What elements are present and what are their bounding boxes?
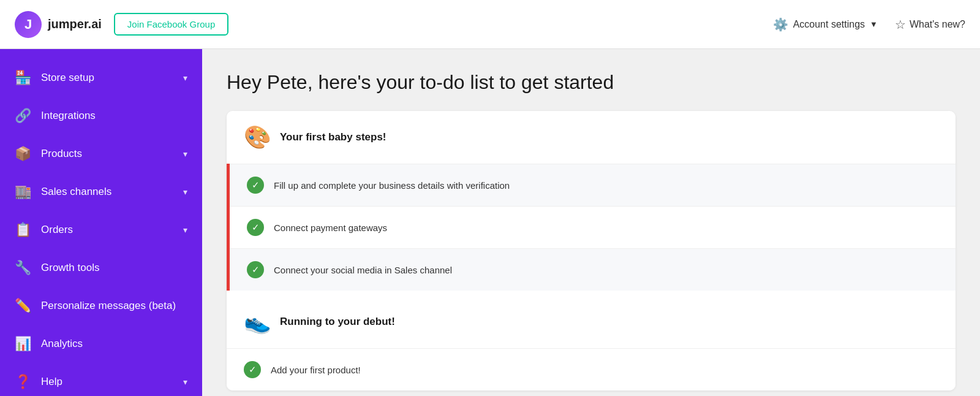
todo-card: 🎨 Your first baby steps! ✓ Fill up and c… bbox=[227, 111, 956, 390]
logo-text: jumper.ai bbox=[48, 17, 102, 31]
todo-item-payment-gateways: ✓ Connect payment gateways bbox=[230, 206, 956, 248]
whats-new-label: What's new? bbox=[910, 19, 965, 30]
debut-header: 👟 Running to your debut! bbox=[227, 295, 956, 348]
chevron-icon-sales-channels: ▾ bbox=[183, 187, 187, 197]
todo-text-payment: Connect payment gateways bbox=[274, 223, 387, 233]
check-icon-business: ✓ bbox=[247, 177, 264, 194]
sidebar-item-left-orders: 📋 Orders bbox=[15, 222, 73, 238]
sidebar: 🏪 Store setup ▾ 🔗 Integrations 📦 Product… bbox=[0, 49, 202, 396]
sidebar-label-integrations: Integrations bbox=[41, 110, 96, 122]
sidebar-label-store-setup: Store setup bbox=[41, 72, 94, 84]
sidebar-item-integrations[interactable]: 🔗 Integrations bbox=[0, 97, 202, 135]
todo-item-business-details: ✓ Fill up and complete your business det… bbox=[230, 164, 956, 206]
sidebar-icon-integrations: 🔗 bbox=[15, 108, 31, 124]
sidebar-item-left-integrations: 🔗 Integrations bbox=[15, 108, 96, 124]
sidebar-item-growth-tools[interactable]: 🔧 Growth tools bbox=[0, 249, 202, 287]
sidebar-item-left-products: 📦 Products bbox=[15, 146, 82, 162]
todo-text-social: Connect your social media in Sales chann… bbox=[274, 265, 452, 275]
chevron-icon-help: ▾ bbox=[183, 377, 187, 387]
todo-text-business: Fill up and complete your business detai… bbox=[274, 180, 510, 191]
account-settings-label: Account settings bbox=[793, 19, 865, 30]
sidebar-item-store-setup[interactable]: 🏪 Store setup ▾ bbox=[0, 59, 202, 97]
sidebar-icon-products: 📦 bbox=[15, 146, 31, 162]
chevron-icon-products: ▾ bbox=[183, 149, 187, 159]
sidebar-label-help: Help bbox=[41, 376, 62, 388]
gear-icon: ⚙️ bbox=[773, 17, 788, 32]
sidebar-item-left-store-setup: 🏪 Store setup bbox=[15, 70, 94, 86]
todo-text-product: Add your first product! bbox=[271, 365, 361, 375]
sidebar-item-orders[interactable]: 📋 Orders ▾ bbox=[0, 211, 202, 249]
sidebar-item-help[interactable]: ❓ Help ▾ bbox=[0, 363, 202, 396]
header-right: ⚙️ Account settings ▼ ☆ What's new? bbox=[773, 17, 965, 32]
debut-title: Running to your debut! bbox=[280, 316, 395, 328]
whats-new-button[interactable]: ☆ What's new? bbox=[895, 17, 965, 32]
logo-icon: J bbox=[15, 11, 42, 38]
header: J jumper.ai Join Facebook Group ⚙️ Accou… bbox=[0, 0, 980, 49]
sidebar-item-personalize-messages[interactable]: ✏️ Personalize messages (beta) bbox=[0, 287, 202, 325]
chevron-icon-orders: ▾ bbox=[183, 225, 187, 235]
sidebar-icon-help: ❓ bbox=[15, 374, 31, 390]
baby-steps-title: Your first baby steps! bbox=[280, 131, 386, 143]
check-icon-payment: ✓ bbox=[247, 219, 264, 236]
check-icon-social: ✓ bbox=[247, 261, 264, 278]
star-icon: ☆ bbox=[895, 17, 906, 32]
account-settings-menu[interactable]: ⚙️ Account settings ▼ bbox=[773, 17, 878, 32]
sidebar-label-sales-channels: Sales channels bbox=[41, 186, 111, 198]
sidebar-item-left-personalize-messages: ✏️ Personalize messages (beta) bbox=[15, 298, 176, 314]
sidebar-icon-personalize-messages: ✏️ bbox=[15, 298, 31, 314]
todo-item-social-media: ✓ Connect your social media in Sales cha… bbox=[230, 248, 956, 291]
debut-emoji: 👟 bbox=[244, 309, 271, 335]
todo-item-first-product: ✓ Add your first product! bbox=[227, 348, 956, 390]
body: 🏪 Store setup ▾ 🔗 Integrations 📦 Product… bbox=[0, 49, 980, 396]
page-title: Hey Pete, here's your to-do list to get … bbox=[227, 71, 956, 94]
sidebar-label-analytics: Analytics bbox=[41, 338, 83, 350]
header-left: J jumper.ai Join Facebook Group bbox=[15, 11, 228, 38]
highlighted-items-group: ✓ Fill up and complete your business det… bbox=[227, 164, 956, 291]
sidebar-item-analytics[interactable]: 📊 Analytics bbox=[0, 325, 202, 363]
baby-steps-emoji: 🎨 bbox=[244, 124, 271, 150]
check-icon-product: ✓ bbox=[244, 361, 261, 378]
sidebar-item-sales-channels[interactable]: 🏬 Sales channels ▾ bbox=[0, 173, 202, 211]
sidebar-label-personalize-messages: Personalize messages (beta) bbox=[41, 300, 176, 312]
sidebar-icon-store-setup: 🏪 bbox=[15, 70, 31, 86]
sidebar-label-growth-tools: Growth tools bbox=[41, 262, 99, 274]
sidebar-item-left-analytics: 📊 Analytics bbox=[15, 336, 83, 352]
sidebar-icon-analytics: 📊 bbox=[15, 336, 31, 352]
sidebar-item-left-help: ❓ Help bbox=[15, 374, 62, 390]
main-content: Hey Pete, here's your to-do list to get … bbox=[202, 49, 980, 396]
sidebar-item-products[interactable]: 📦 Products ▾ bbox=[0, 135, 202, 173]
join-facebook-group-button[interactable]: Join Facebook Group bbox=[114, 13, 228, 36]
sidebar-icon-growth-tools: 🔧 bbox=[15, 260, 31, 276]
logo: J jumper.ai bbox=[15, 11, 102, 38]
baby-steps-header: 🎨 Your first baby steps! bbox=[227, 111, 956, 164]
chevron-icon-store-setup: ▾ bbox=[183, 73, 187, 83]
chevron-down-icon: ▼ bbox=[870, 20, 878, 29]
sidebar-item-left-growth-tools: 🔧 Growth tools bbox=[15, 260, 99, 276]
sidebar-icon-orders: 📋 bbox=[15, 222, 31, 238]
sidebar-icon-sales-channels: 🏬 bbox=[15, 184, 31, 200]
sidebar-label-orders: Orders bbox=[41, 224, 73, 236]
sidebar-label-products: Products bbox=[41, 148, 82, 160]
sidebar-item-left-sales-channels: 🏬 Sales channels bbox=[15, 184, 111, 200]
